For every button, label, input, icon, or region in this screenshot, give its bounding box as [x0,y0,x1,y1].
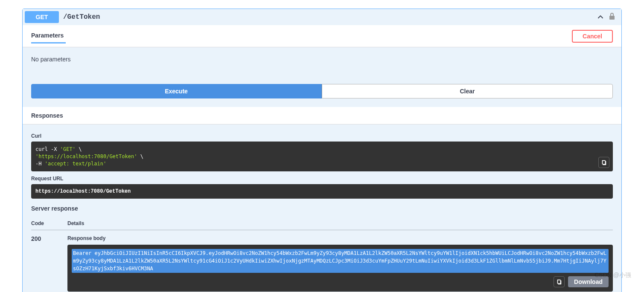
cancel-button[interactable]: Cancel [572,30,613,43]
details-header: Details [67,217,613,230]
request-url-label: Request URL [31,176,613,182]
tab-parameters[interactable]: Parameters [31,29,66,43]
code-header: Code [31,217,67,230]
tab-header: Parameters Cancel [23,25,621,47]
curl-label: Curl [31,133,613,139]
response-table: Code Details 200 Response body Bearer ey… [31,217,613,292]
curl-block: curl -X 'GET' \ 'https://localhost:7080/… [31,142,613,171]
responses-section: Curl curl -X 'GET' \ 'https://localhost:… [23,124,621,292]
lock-icon[interactable] [609,13,615,21]
clear-button[interactable]: Clear [322,84,613,98]
copy-response-button[interactable] [554,276,565,287]
response-body-text: Bearer eyJhbGciOiJIUzI1NiIsInR5cCI6IkpXV… [72,249,609,273]
operation-summary[interactable]: GET /GetToken [23,9,621,25]
execute-button[interactable]: Execute [31,84,322,98]
chevron-up-icon[interactable] [596,13,605,21]
http-method-badge: GET [25,11,59,23]
no-parameters-text: No parameters [31,56,613,63]
summary-controls [596,13,619,21]
status-code: 200 [31,230,67,292]
endpoint-path: /GetToken [63,13,596,21]
responses-title: Responses [31,112,613,119]
parameters-section: No parameters Execute Clear [23,47,621,107]
download-button[interactable]: Download [568,276,609,287]
response-body-label: Response body [67,235,613,241]
operation-block: GET /GetToken Parameters Cancel No param… [22,9,622,292]
response-row: 200 Response body Bearer eyJhbGciOiJIUzI… [31,230,613,292]
response-body-block: Bearer eyJhbGciOiJIUzI1NiIsInR5cCI6IkpXV… [67,245,613,292]
copy-curl-button[interactable] [598,157,609,168]
responses-header: Responses [23,107,621,124]
server-response-label: Server response [31,205,613,212]
request-url-block: https://localhost:7080/GetToken [31,184,613,199]
